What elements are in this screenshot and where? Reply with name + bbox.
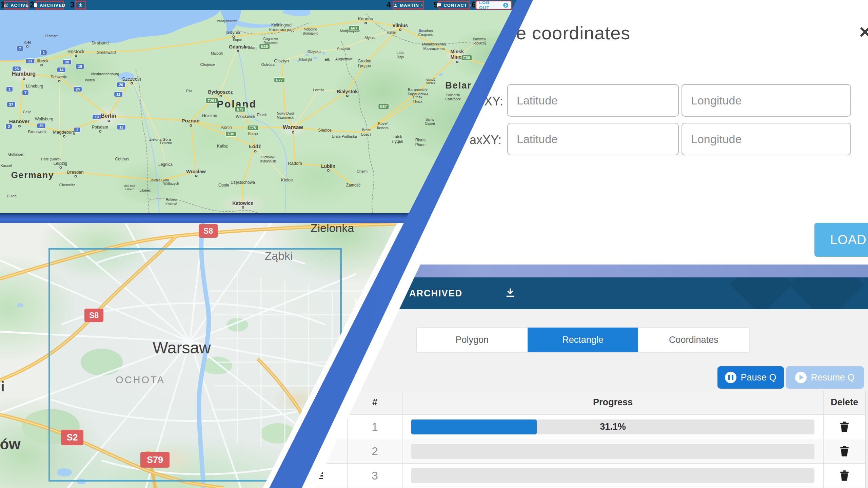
play-icon bbox=[795, 372, 807, 383]
logout-label: LOG OUT bbox=[479, 0, 501, 10]
tab-polygon[interactable]: Polygon bbox=[417, 328, 528, 352]
expressway-badge: S2 bbox=[61, 430, 83, 445]
horizontal-divider-bar bbox=[0, 213, 417, 223]
road-shield-badge: 20 bbox=[117, 82, 125, 87]
user-icon bbox=[394, 3, 397, 7]
table-row: 2 bbox=[287, 439, 866, 464]
nav-item-contact[interactable]: CONTACT i bbox=[438, 1, 470, 9]
nav-item-archived[interactable]: ARCHIVED bbox=[36, 1, 64, 9]
trash-icon bbox=[840, 470, 849, 481]
e-road-badge: E28 bbox=[259, 44, 270, 49]
road-shield-badge: 23 bbox=[12, 66, 21, 72]
road-shield-badge: 1 bbox=[6, 86, 13, 92]
min-latitude-input[interactable] bbox=[507, 84, 679, 117]
e-road-badge: E30 bbox=[225, 131, 236, 137]
row-number: 1 bbox=[348, 415, 402, 439]
tab-rectangle[interactable]: Rectangle bbox=[528, 328, 638, 352]
trash-icon bbox=[840, 446, 849, 457]
info-icon: i bbox=[470, 3, 471, 7]
download-icon[interactable] bbox=[505, 288, 515, 298]
road-shield-badge: 21 bbox=[26, 58, 35, 64]
row-number: 3 bbox=[348, 464, 402, 488]
progress-track: 31.1% bbox=[411, 419, 814, 434]
nav-contact-label: CONTACT bbox=[443, 3, 467, 8]
pause-queue-label: Pause Q bbox=[741, 372, 776, 383]
chart-icon bbox=[4, 3, 8, 7]
road-shield-badge: 11 bbox=[114, 92, 123, 97]
tab-coordinates[interactable]: Coordinates bbox=[638, 328, 749, 352]
road-shield-badge: 2 bbox=[5, 124, 12, 129]
load-button[interactable]: LOAD bbox=[814, 223, 868, 257]
number-column-header: # bbox=[348, 390, 402, 415]
modal-title: t the coordinates bbox=[489, 22, 630, 43]
road-shield-badge: 7 bbox=[22, 90, 29, 95]
progress-track bbox=[411, 468, 814, 483]
progress-label: 31.1% bbox=[411, 419, 814, 434]
e-road-badge: E30 bbox=[461, 55, 472, 60]
pause-queue-button[interactable]: Pause Q bbox=[717, 366, 784, 389]
max-longitude-input[interactable] bbox=[682, 123, 851, 155]
progress-column-header: Progress bbox=[402, 390, 824, 415]
close-icon[interactable]: ✕ bbox=[859, 23, 868, 41]
table-row: 1 31.1% bbox=[287, 415, 866, 439]
queue-table: # Progress Delete 1 31.1% bbox=[287, 390, 866, 488]
nav-archived-label: ARCHIVED bbox=[40, 3, 65, 8]
e-road-badge: E75 bbox=[235, 106, 245, 112]
file-icon bbox=[34, 3, 37, 7]
e-road-badge: E75 bbox=[247, 125, 258, 131]
progress-label bbox=[411, 468, 814, 483]
nav-item-logout[interactable]: LOG OUT ❯ bbox=[475, 1, 512, 9]
nav-item-active[interactable]: ACTIVE bbox=[4, 1, 28, 9]
delete-cell[interactable] bbox=[824, 415, 866, 439]
max-latitude-input[interactable] bbox=[507, 123, 679, 155]
road-shield-badge: 27 bbox=[7, 102, 16, 107]
nav-item-user-martin[interactable]: MARTIN i bbox=[393, 1, 424, 9]
shape-tabbar: Polygon Rectangle Coordinates bbox=[416, 327, 749, 352]
road-shield-badge: 39 bbox=[37, 123, 46, 129]
road-shield-badge: 24 bbox=[73, 86, 82, 92]
annotation-number-4: 4 bbox=[387, 0, 391, 9]
progress-cell bbox=[402, 439, 824, 464]
road-shield-badge: 14 bbox=[57, 67, 66, 73]
info-icon: i bbox=[421, 3, 423, 7]
nav-item-download[interactable] bbox=[75, 1, 86, 9]
expressway-badge: S8 bbox=[199, 224, 218, 238]
nav-martin-label: MARTIN bbox=[400, 3, 419, 8]
road-shield-badge: 10 bbox=[92, 114, 101, 120]
road-shield-badge: 1 bbox=[40, 50, 47, 55]
screenshot-canvas: t the coordinates ✕ XY: axXY: LOAD ARCHI… bbox=[0, 0, 868, 488]
annotation-number-2: 2 bbox=[30, 0, 34, 9]
nav-active-label: ACTIVE bbox=[11, 3, 29, 8]
min-longitude-input[interactable] bbox=[682, 84, 851, 117]
drag-handle[interactable] bbox=[287, 439, 348, 464]
maxxy-label-fragment: axXY: bbox=[470, 133, 501, 147]
drag-handle[interactable] bbox=[287, 464, 348, 488]
delete-cell[interactable] bbox=[824, 464, 866, 488]
selection-rectangle-overlay[interactable] bbox=[48, 248, 342, 482]
arrow-right-icon: ❯ bbox=[503, 3, 508, 8]
road-shield-badge: 12 bbox=[117, 124, 126, 130]
e-road-badge: E67 bbox=[378, 104, 389, 109]
e-road-badge: E261 bbox=[205, 98, 218, 103]
row-number: 2 bbox=[348, 439, 402, 464]
table-row: 3 bbox=[287, 464, 866, 488]
table-header-row: # Progress Delete bbox=[287, 390, 866, 415]
road-shield-badge: 20 bbox=[63, 59, 72, 65]
e-road-badge: E67 bbox=[349, 25, 359, 31]
delete-cell[interactable] bbox=[824, 439, 866, 464]
expressway-badge: S8 bbox=[84, 309, 103, 322]
decor-diamond bbox=[789, 277, 864, 309]
road-shield-badge: 2 bbox=[74, 127, 81, 133]
road-shield-badge: 7 bbox=[17, 46, 23, 51]
top-navbar: 1 ACTIVE 2 ARCHIVED 3 4 MARTIN i 5 bbox=[0, 0, 517, 10]
pause-icon bbox=[725, 372, 736, 383]
road-shield-badge: 19 bbox=[76, 64, 84, 69]
e-road-badge: E77 bbox=[274, 77, 285, 83]
annotation-number-3: 3 bbox=[70, 0, 75, 9]
chat-icon bbox=[437, 3, 441, 7]
decor-diamond bbox=[730, 277, 792, 309]
resume-queue-button[interactable]: Resume Q bbox=[786, 366, 864, 389]
download-icon bbox=[78, 3, 83, 7]
trash-icon bbox=[840, 421, 849, 432]
progress-cell bbox=[402, 464, 824, 488]
